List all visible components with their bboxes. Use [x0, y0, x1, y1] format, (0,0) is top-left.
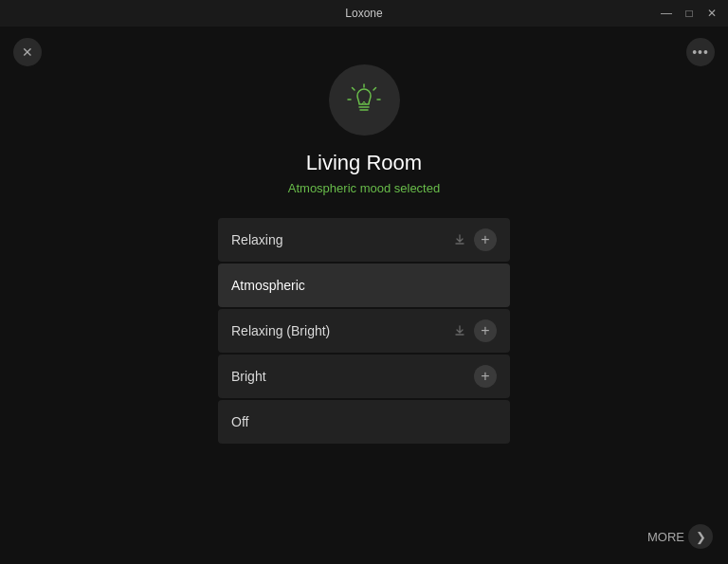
mood-actions-relaxing-bright: + — [453, 319, 497, 342]
maximize-button[interactable]: □ — [681, 5, 698, 22]
more-label: MORE — [647, 530, 684, 544]
mood-label-atmospheric: Atmospheric — [231, 278, 497, 293]
download-icon-relaxing — [453, 233, 466, 246]
mood-item-off[interactable]: Off — [218, 400, 510, 444]
mood-item-atmospheric[interactable]: Atmospheric — [218, 264, 510, 307]
more-chevron-icon: ❯ — [688, 524, 713, 549]
bottom-more-button[interactable]: MORE ❯ — [647, 524, 713, 549]
mood-status: Atmospheric mood selected — [288, 181, 440, 195]
download-icon-relaxing-bright — [453, 324, 466, 337]
mood-list: Relaxing + Atmospheric Relaxing (Bright) — [218, 218, 510, 444]
add-button-relaxing[interactable]: + — [474, 228, 497, 251]
window-close-button[interactable]: ✕ — [703, 5, 720, 22]
svg-line-3 — [353, 87, 355, 90]
mood-label-relaxing: Relaxing — [231, 232, 453, 247]
titlebar: Loxone — □ ✕ — [0, 0, 728, 27]
mood-item-bright[interactable]: Bright + — [218, 355, 510, 398]
minimize-button[interactable]: — — [658, 5, 675, 22]
mood-actions-bright: + — [474, 365, 497, 388]
close-button[interactable]: ✕ — [13, 38, 42, 66]
mood-item-relaxing-bright[interactable]: Relaxing (Bright) + — [218, 309, 510, 353]
add-button-bright[interactable]: + — [474, 365, 497, 388]
main-content: ✕ ••• Living Room Atmospheric mood selec… — [0, 27, 728, 564]
mood-label-bright: Bright — [231, 369, 474, 384]
app-title: Loxone — [345, 7, 382, 20]
room-icon-circle — [329, 64, 400, 136]
add-button-relaxing-bright[interactable]: + — [474, 319, 497, 342]
window-controls: — □ ✕ — [658, 5, 720, 22]
mood-actions-relaxing: + — [453, 228, 497, 251]
svg-line-1 — [373, 87, 376, 90]
mood-label-relaxing-bright: Relaxing (Bright) — [231, 323, 453, 338]
mood-item-relaxing[interactable]: Relaxing + — [218, 218, 510, 262]
options-button[interactable]: ••• — [686, 38, 715, 66]
mood-label-off: Off — [231, 414, 497, 429]
lightbulb-icon — [347, 83, 381, 118]
room-name: Living Room — [306, 151, 422, 175]
